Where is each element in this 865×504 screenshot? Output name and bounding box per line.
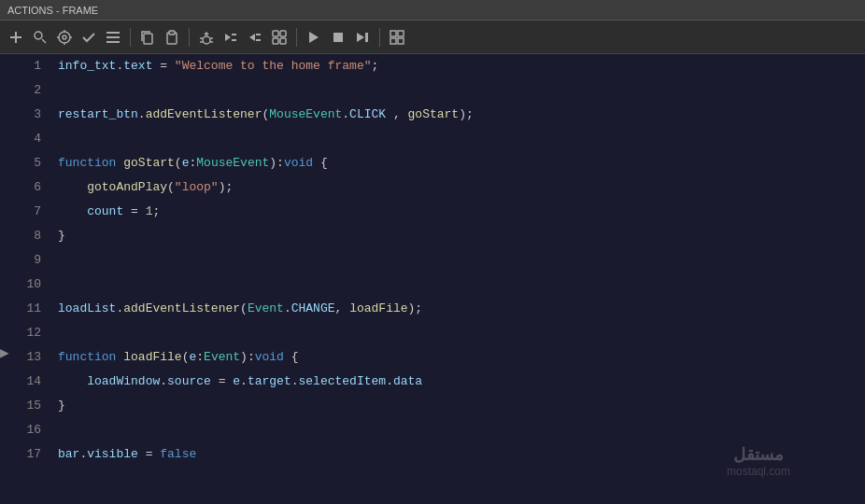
line-num-9: 9	[11, 248, 41, 273]
line-num-3: 3	[11, 103, 41, 127]
svg-rect-24	[232, 34, 236, 35]
svg-marker-35	[357, 33, 364, 42]
svg-point-5	[59, 32, 70, 43]
svg-rect-16	[169, 31, 175, 35]
target-icon[interactable]	[54, 27, 75, 48]
sep4	[379, 28, 380, 47]
line-num-14: 14	[11, 370, 41, 394]
sep1	[130, 28, 131, 47]
watermark: مستقل mostaql.com	[727, 444, 790, 478]
indent-icon[interactable]	[220, 27, 241, 48]
outdent-icon[interactable]	[245, 27, 265, 48]
code-line-2	[58, 78, 865, 103]
line-num-16: 16	[11, 418, 41, 442]
code-line-11: loadList.addEventListener(Event.CHANGE, …	[58, 297, 865, 321]
scroll-arrow: ▶	[0, 346, 9, 361]
code-line-1: info_txt.text = "Welcome to the home fra…	[58, 54, 865, 78]
auto-format-icon[interactable]	[269, 27, 290, 48]
search-icon[interactable]	[30, 27, 50, 48]
line-num-5: 5	[11, 151, 41, 175]
svg-rect-32	[280, 38, 286, 44]
line-num-1: 1	[11, 54, 41, 78]
line-num-7: 7	[11, 200, 41, 224]
grid-icon[interactable]	[387, 27, 407, 48]
svg-line-4	[42, 39, 46, 43]
line-num-11: 11	[11, 297, 41, 321]
play-icon[interactable]	[304, 27, 324, 48]
add-statement-icon[interactable]	[6, 27, 26, 48]
step-icon[interactable]	[352, 27, 373, 48]
svg-rect-40	[398, 38, 404, 44]
svg-marker-33	[309, 32, 319, 43]
code-line-10	[58, 273, 865, 297]
line-num-8: 8	[11, 224, 41, 248]
svg-point-3	[35, 32, 42, 39]
code-line-3: restart_btn.addEventListener(MouseEvent.…	[58, 103, 865, 127]
code-line-15: }	[58, 394, 865, 418]
line-num-17: 17	[11, 442, 41, 467]
svg-rect-36	[365, 33, 368, 42]
code-line-4	[58, 127, 865, 151]
svg-rect-27	[256, 34, 261, 35]
line-num-13: 13	[11, 345, 41, 370]
code-line-16	[58, 418, 865, 442]
title-label: ACTIONS - FRAME	[7, 5, 98, 16]
code-editor[interactable]: ▶ 1 2 3 4 5 6 7 8 9 10 11 12 13 14 15 16…	[0, 54, 865, 504]
svg-rect-12	[106, 36, 120, 38]
svg-rect-13	[106, 41, 120, 43]
watermark-arabic: مستقل	[727, 444, 790, 465]
watermark-url: mostaql.com	[727, 465, 790, 478]
paste-icon[interactable]	[162, 27, 182, 48]
copy-icon[interactable]	[137, 27, 158, 48]
line-num-2: 2	[11, 78, 41, 103]
line-num-12: 12	[11, 321, 41, 345]
svg-rect-29	[273, 31, 278, 36]
svg-rect-11	[106, 32, 120, 34]
debug-icon[interactable]	[196, 27, 217, 48]
line-num-4: 4	[11, 127, 41, 151]
line-num-6: 6	[11, 175, 41, 200]
svg-rect-39	[390, 38, 396, 44]
code-line-9	[58, 248, 865, 273]
line-numbers: 1 2 3 4 5 6 7 8 9 10 11 12 13 14 15 16 1…	[11, 54, 50, 504]
line-num-10: 10	[11, 273, 41, 297]
sep2	[189, 28, 190, 47]
code-text-area[interactable]: info_txt.text = "Welcome to the home fra…	[50, 54, 865, 504]
svg-point-6	[63, 35, 66, 39]
code-line-14: loadWindow.source = e.target.selectedIte…	[58, 370, 865, 394]
stop-icon[interactable]	[328, 27, 348, 48]
sep3	[296, 28, 297, 47]
svg-rect-14	[144, 34, 152, 44]
svg-rect-34	[333, 33, 343, 42]
code-line-6: gotoAndPlay("loop");	[58, 175, 865, 200]
svg-rect-31	[273, 38, 278, 44]
svg-rect-37	[390, 31, 396, 36]
title-bar: ACTIONS - FRAME	[0, 0, 865, 21]
code-line-7: count = 1;	[58, 200, 865, 224]
svg-marker-26	[249, 34, 255, 41]
svg-rect-38	[398, 31, 404, 36]
code-line-5: function goStart(e:MouseEvent):void {	[58, 151, 865, 175]
svg-rect-28	[256, 39, 261, 41]
svg-rect-30	[280, 31, 286, 36]
svg-point-17	[203, 36, 210, 44]
code-line-13: function loadFile(e:Event):void {	[58, 345, 865, 370]
svg-rect-2	[8, 30, 10, 32]
code-line-12	[58, 321, 865, 345]
svg-marker-23	[225, 34, 231, 41]
list-icon[interactable]	[103, 27, 123, 48]
line-num-15: 15	[11, 394, 41, 418]
svg-rect-1	[10, 36, 21, 38]
check-icon[interactable]	[78, 27, 99, 48]
gutter-left: ▶	[0, 54, 11, 504]
svg-rect-25	[232, 39, 236, 41]
code-line-8: }	[58, 224, 865, 248]
toolbar	[0, 21, 865, 54]
